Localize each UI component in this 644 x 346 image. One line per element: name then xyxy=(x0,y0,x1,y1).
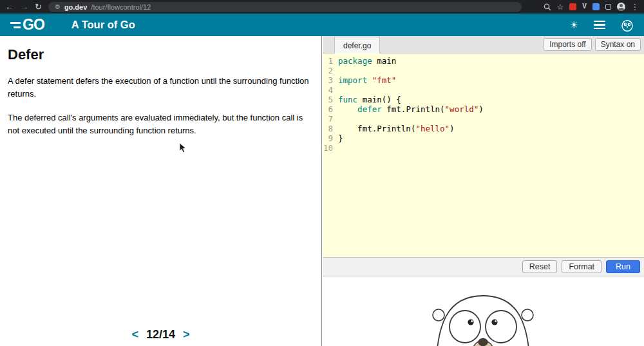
code-editor[interactable]: 1package main23import "fmt"45func main()… xyxy=(323,53,644,257)
line-number: 9 xyxy=(323,133,338,143)
code-editor-lines: 1package main23import "fmt"45func main()… xyxy=(323,56,644,153)
line-number: 3 xyxy=(323,75,338,85)
imports-toggle-button[interactable]: Imports off xyxy=(544,38,591,51)
go-logo-lines-icon xyxy=(10,22,21,28)
code-line-text: func main() { xyxy=(338,95,401,104)
code-line: 2 xyxy=(323,66,644,75)
run-button[interactable]: Run xyxy=(606,260,640,273)
mouse-cursor xyxy=(179,143,187,153)
editor-topbar: defer.go Imports off Syntax on xyxy=(323,36,644,53)
editor-toggles: Imports off Syntax on xyxy=(544,38,644,51)
line-number: 4 xyxy=(323,85,338,95)
code-line-text: defer fmt.Println("world") xyxy=(338,104,484,114)
menu-icon[interactable] xyxy=(594,21,605,30)
lesson-paragraph: The deferred call's arguments are evalua… xyxy=(8,111,310,137)
line-number: 5 xyxy=(323,95,338,104)
code-line: 4 xyxy=(323,85,644,95)
code-line: 1package main xyxy=(323,56,644,66)
syntax-toggle-button[interactable]: Syntax on xyxy=(595,38,641,51)
line-number: 2 xyxy=(323,66,338,75)
gopher-menu-icon[interactable] xyxy=(621,19,634,32)
url-host: go.dev xyxy=(64,3,87,11)
url-path: /tour/flowcontrol/12 xyxy=(91,3,151,11)
code-line-text: } xyxy=(338,133,343,143)
code-line: 10 xyxy=(323,143,644,153)
profile-avatar[interactable] xyxy=(617,3,625,11)
reload-icon[interactable]: ↻ xyxy=(35,3,42,11)
page-title: A Tour of Go xyxy=(71,19,135,31)
header-actions: ☀ xyxy=(570,19,634,32)
format-button[interactable]: Format xyxy=(562,260,601,273)
lesson-paragraph: A defer statement defers the execution o… xyxy=(8,75,310,101)
browser-toolbar: ← → ↻ ⚙ go.dev/tour/flowcontrol/12 ☆ V ⋮ xyxy=(0,0,644,14)
file-tab[interactable]: defer.go xyxy=(334,37,380,53)
line-number: 8 xyxy=(323,124,338,133)
forward-icon[interactable]: → xyxy=(20,3,28,11)
pagination: <12/14> xyxy=(0,328,321,341)
zoom-icon[interactable] xyxy=(544,3,551,11)
site-header: GO A Tour of Go ☀ xyxy=(0,14,644,36)
lesson-panel: Defer A defer statement defers the execu… xyxy=(0,36,322,346)
site-settings-icon[interactable]: ⚙ xyxy=(55,3,61,10)
go-logo[interactable]: GO xyxy=(10,16,44,34)
back-icon[interactable]: ← xyxy=(5,3,14,11)
code-line: 3import "fmt" xyxy=(323,75,644,85)
line-number: 7 xyxy=(323,114,338,124)
page-indicator: 12/14 xyxy=(146,328,175,341)
extensions-puzzle-icon[interactable] xyxy=(605,4,611,10)
next-page-button[interactable]: > xyxy=(183,328,190,341)
extension-blue-icon[interactable] xyxy=(592,3,600,10)
gopher-image xyxy=(428,285,538,346)
extension-v-icon[interactable]: V xyxy=(582,3,587,10)
browser-menu-icon[interactable]: ⋮ xyxy=(631,3,639,11)
line-number: 1 xyxy=(323,56,338,66)
address-bar[interactable]: ⚙ go.dev/tour/flowcontrol/12 xyxy=(48,2,522,12)
go-logo-text: GO xyxy=(23,16,44,34)
lesson-title: Defer xyxy=(8,46,321,63)
editor-control-bar: Reset Format Run xyxy=(323,257,644,276)
browser-actions: ☆ V ⋮ xyxy=(544,3,639,11)
code-line: 8 fmt.Println("hello") xyxy=(323,124,644,133)
line-number: 10 xyxy=(323,143,338,153)
extension-red-icon[interactable] xyxy=(569,3,576,10)
code-line: 6 defer fmt.Println("world") xyxy=(323,104,644,114)
theme-toggle-icon[interactable]: ☀ xyxy=(570,20,578,30)
prev-page-button[interactable]: < xyxy=(131,328,138,341)
code-line-text: fmt.Println("hello") xyxy=(338,124,455,133)
output-area xyxy=(323,276,644,346)
code-line-text: import "fmt" xyxy=(338,75,396,85)
code-line-text: package main xyxy=(338,56,396,66)
editor-panel: defer.go Imports off Syntax on 1package … xyxy=(323,36,644,346)
line-number: 6 xyxy=(323,104,338,114)
code-line: 5func main() { xyxy=(323,95,644,104)
bookmark-star-icon[interactable]: ☆ xyxy=(557,3,564,11)
code-line: 7 xyxy=(323,114,644,124)
reset-button[interactable]: Reset xyxy=(522,260,558,273)
code-line: 9} xyxy=(323,133,644,143)
